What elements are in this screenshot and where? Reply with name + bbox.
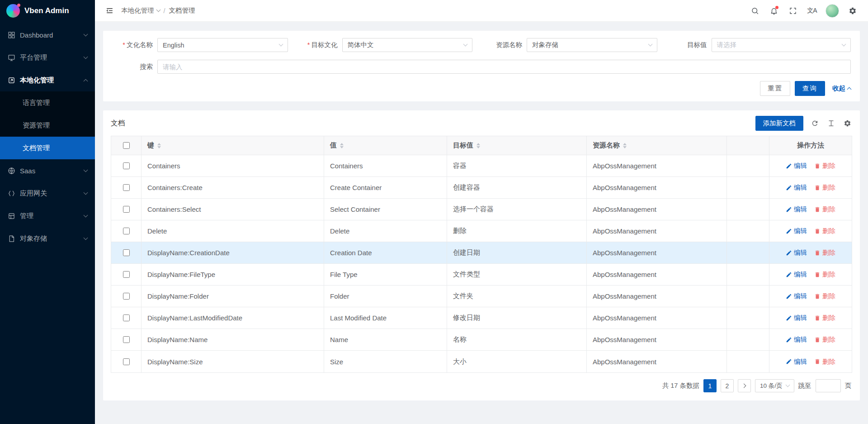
delete-button[interactable]: 删除 [814, 248, 835, 257]
culture-select[interactable]: English [157, 38, 288, 52]
edit-button[interactable]: 编辑 [786, 314, 807, 322]
sidebar-item-dashboard[interactable]: Dashboard [0, 24, 95, 46]
sidebar-item-saas[interactable]: Saas [0, 159, 95, 182]
row-checkbox[interactable] [123, 336, 130, 343]
edit-button[interactable]: 编辑 [786, 205, 807, 214]
edit-button[interactable]: 编辑 [786, 270, 807, 279]
chevron-down-icon [84, 32, 88, 36]
page-1-button[interactable]: 1 [703, 379, 717, 392]
row-height-icon[interactable] [826, 118, 836, 128]
cell-resource: AbpOssManagement [587, 329, 727, 351]
table-row[interactable]: Containers:Select Select Container 选择一个容… [111, 199, 852, 220]
chevron-down-icon [84, 167, 88, 172]
delete-button[interactable]: 删除 [814, 314, 835, 322]
delete-button[interactable]: 删除 [814, 292, 835, 300]
delete-button[interactable]: 删除 [814, 335, 835, 344]
chevron-up-icon [847, 87, 852, 92]
column-header-key[interactable]: 键 [142, 136, 324, 155]
target-culture-select[interactable]: 简体中文 [342, 38, 473, 52]
edit-button[interactable]: 编辑 [786, 183, 807, 192]
menu-fold-icon[interactable] [102, 4, 117, 18]
cell-empty [727, 242, 769, 264]
column-header-resource[interactable]: 资源名称 [587, 136, 727, 155]
settings-gear-icon[interactable] [844, 3, 861, 19]
reset-button[interactable]: 重置 [760, 81, 790, 96]
sidebar-item-admin[interactable]: 管理 [0, 205, 95, 227]
row-checkbox[interactable] [123, 184, 130, 191]
fullscreen-icon[interactable] [785, 3, 801, 19]
column-settings-gear-icon[interactable] [842, 118, 852, 128]
cell-empty [727, 155, 769, 177]
sort-icon [623, 143, 627, 148]
row-checkbox[interactable] [123, 206, 130, 213]
column-header-target[interactable]: 目标值 [447, 136, 587, 155]
delete-button[interactable]: 删除 [814, 162, 835, 170]
delete-button[interactable]: 删除 [814, 205, 835, 214]
edit-button[interactable]: 编辑 [786, 335, 807, 344]
row-checkbox[interactable] [123, 162, 130, 169]
next-page-button[interactable] [738, 379, 751, 392]
delete-button[interactable]: 删除 [814, 227, 835, 235]
sidebar-item-localization[interactable]: 本地化管理 [0, 69, 95, 91]
cell-target: 修改日期 [447, 307, 587, 329]
table-row[interactable]: DisplayName:Name Name 名称 AbpOssManagemen… [111, 329, 852, 351]
pencil-icon [786, 185, 792, 191]
edit-button[interactable]: 编辑 [786, 162, 807, 170]
sidebar-item-storage[interactable]: 对象存储 [0, 227, 95, 250]
avatar[interactable] [826, 4, 839, 18]
search-input[interactable] [157, 60, 851, 74]
sidebar-subitem[interactable]: 语言管理 [0, 91, 95, 114]
notification-bell-icon[interactable] [766, 3, 782, 19]
target-value-select[interactable]: 请选择 [712, 38, 851, 52]
sidebar: Vben Admin Dashboard 平台管理 本地化管理 [0, 0, 95, 424]
table-row[interactable]: Containers Containers 容器 AbpOssManagemen… [111, 155, 852, 177]
row-checkbox[interactable] [123, 249, 130, 256]
sidebar-subitem[interactable]: 文档管理 [0, 137, 95, 159]
documents-table: 键 值 目标值 资源名称 [111, 136, 852, 373]
edit-button[interactable]: 编辑 [786, 292, 807, 300]
edit-button[interactable]: 编辑 [786, 227, 807, 235]
add-document-button[interactable]: 添加新文档 [755, 116, 804, 131]
documents-panel: 文档 添加新文档 [103, 110, 860, 400]
cell-target: 创建容器 [447, 177, 587, 199]
query-button[interactable]: 查询 [795, 81, 825, 96]
sidebar-item-gateway[interactable]: 应用网关 [0, 182, 95, 205]
sidebar-item-platform[interactable]: 平台管理 [0, 46, 95, 69]
delete-button[interactable]: 删除 [814, 270, 835, 279]
table-row[interactable]: Delete Delete 删除 AbpOssManagement 编辑 [111, 220, 852, 242]
page-size-select[interactable]: 10 条/页 [755, 379, 794, 392]
row-checkbox[interactable] [123, 293, 130, 300]
translate-icon[interactable]: 文A [804, 3, 820, 19]
row-checkbox[interactable] [123, 358, 130, 365]
trash-icon [814, 293, 821, 300]
jump-page-input[interactable] [816, 379, 841, 392]
delete-button[interactable]: 删除 [814, 183, 835, 192]
table-row[interactable]: DisplayName:LastModifiedDate Last Modifi… [111, 307, 852, 329]
table-row[interactable]: DisplayName:Folder Folder 文件夹 AbpOssMana… [111, 286, 852, 307]
row-checkbox[interactable] [123, 271, 130, 278]
sidebar-subitem[interactable]: 资源管理 [0, 114, 95, 137]
table-row[interactable]: DisplayName:Size Size 大小 AbpOssManagemen… [111, 351, 852, 372]
chevron-down-icon [648, 42, 652, 47]
resource-name-select[interactable]: 对象存储 [527, 38, 657, 52]
row-checkbox[interactable] [123, 314, 130, 321]
app-title: Vben Admin [24, 6, 69, 15]
table-row[interactable]: Containers:Create Create Container 创建容器 … [111, 177, 852, 199]
logo[interactable]: Vben Admin [0, 0, 95, 22]
column-header-value[interactable]: 值 [324, 136, 447, 155]
row-checkbox[interactable] [123, 228, 130, 234]
table-row[interactable]: DisplayName:CreationDate Creation Date 创… [111, 242, 852, 264]
table-row[interactable]: DisplayName:FileType File Type 文件类型 AbpO… [111, 264, 852, 286]
edit-button[interactable]: 编辑 [786, 357, 807, 366]
page-2-button[interactable]: 2 [721, 379, 734, 392]
edit-button[interactable]: 编辑 [786, 248, 807, 257]
table-body: Containers Containers 容器 AbpOssManagemen… [111, 155, 852, 372]
collapse-toggle[interactable]: 收起 [832, 84, 851, 93]
delete-button[interactable]: 删除 [814, 357, 835, 366]
chevron-down-icon [785, 383, 790, 387]
resource-name-label: 资源名称 [481, 41, 527, 49]
search-icon[interactable] [747, 3, 763, 19]
refresh-icon[interactable] [810, 118, 820, 128]
select-all-checkbox[interactable] [123, 142, 130, 149]
breadcrumb-parent[interactable]: 本地化管理 [121, 6, 160, 15]
